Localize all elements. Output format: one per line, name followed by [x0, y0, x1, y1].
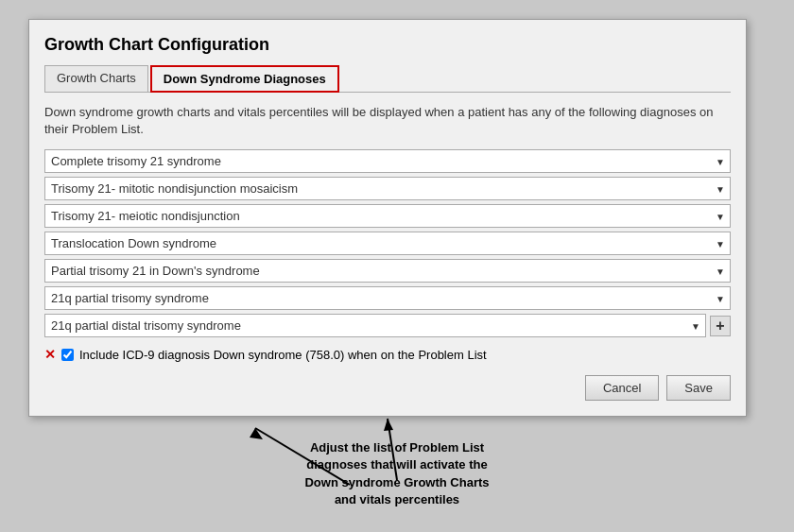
diagnosis-row-5: Partial trisomy 21 in Down's syndrome [44, 259, 731, 283]
diagnosis-select-2[interactable]: Trisomy 21- mitotic nondisjunction mosai… [44, 177, 731, 200]
diagnosis-select-5[interactable]: Partial trisomy 21 in Down's syndrome [44, 259, 731, 283]
diagnosis-dropdown-6[interactable]: 21q partial trisomy syndrome [44, 286, 731, 310]
tab-down-syndrome[interactable]: Down Syndrome Diagnoses [150, 65, 339, 93]
tab-growth-charts[interactable]: Growth Charts [44, 65, 148, 93]
diagnosis-row-7: 21q partial distal trisomy syndrome + [44, 314, 731, 337]
icd9-checkbox-label: Include ICD-9 diagnosis Down syndrome (7… [79, 348, 487, 362]
annotation-text: Adjust the list of Problem List diagnose… [302, 439, 492, 508]
button-row: Cancel Save [44, 375, 731, 401]
diagnosis-dropdown-3[interactable]: Trisomy 21- meiotic nondisjunction [44, 204, 731, 228]
diagnosis-select-4[interactable]: Translocation Down syndrome [44, 232, 731, 255]
diagnosis-select-1[interactable]: Complete trisomy 21 syndrome [44, 149, 731, 173]
diagnosis-select-3[interactable]: Trisomy 21- meiotic nondisjunction [44, 204, 731, 228]
svg-marker-3 [384, 419, 393, 431]
diagnosis-row-4: Translocation Down syndrome [44, 232, 731, 255]
save-button[interactable]: Save [666, 375, 731, 401]
icd9-checkbox-row: ✕ Include ICD-9 diagnosis Down syndrome … [44, 347, 731, 362]
svg-line-0 [255, 428, 350, 485]
checkbox-x-icon: ✕ [44, 347, 56, 362]
tab-bar: Growth Charts Down Syndrome Diagnoses [44, 64, 731, 93]
cancel-button[interactable]: Cancel [585, 375, 659, 401]
diagnosis-select-7[interactable]: 21q partial distal trisomy syndrome [44, 314, 706, 337]
diagnosis-row-2: Trisomy 21- mitotic nondisjunction mosai… [44, 177, 731, 200]
description-text: Down syndrome growth charts and vitals p… [44, 104, 731, 138]
dialog-title: Growth Chart Configuration [44, 35, 731, 55]
icd9-checkbox[interactable] [61, 349, 74, 361]
dialog: Growth Chart Configuration Growth Charts… [28, 19, 747, 417]
diagnosis-row-6: 21q partial trisomy syndrome [44, 286, 731, 310]
diagnosis-dropdown-2[interactable]: Trisomy 21- mitotic nondisjunction mosai… [44, 177, 731, 200]
diagnosis-dropdown-5[interactable]: Partial trisomy 21 in Down's syndrome [44, 259, 731, 283]
diagnosis-row-3: Trisomy 21- meiotic nondisjunction [44, 204, 731, 228]
svg-line-2 [388, 419, 397, 480]
diagnosis-select-6[interactable]: 21q partial trisomy syndrome [44, 286, 731, 310]
svg-marker-1 [250, 428, 263, 439]
diagnosis-row-1: Complete trisomy 21 syndrome [44, 149, 731, 173]
diagnosis-dropdown-1[interactable]: Complete trisomy 21 syndrome [44, 149, 731, 173]
diagnosis-dropdown-7[interactable]: 21q partial distal trisomy syndrome [44, 314, 706, 337]
diagnosis-dropdown-4[interactable]: Translocation Down syndrome [44, 232, 731, 255]
add-diagnosis-button[interactable]: + [710, 316, 731, 336]
